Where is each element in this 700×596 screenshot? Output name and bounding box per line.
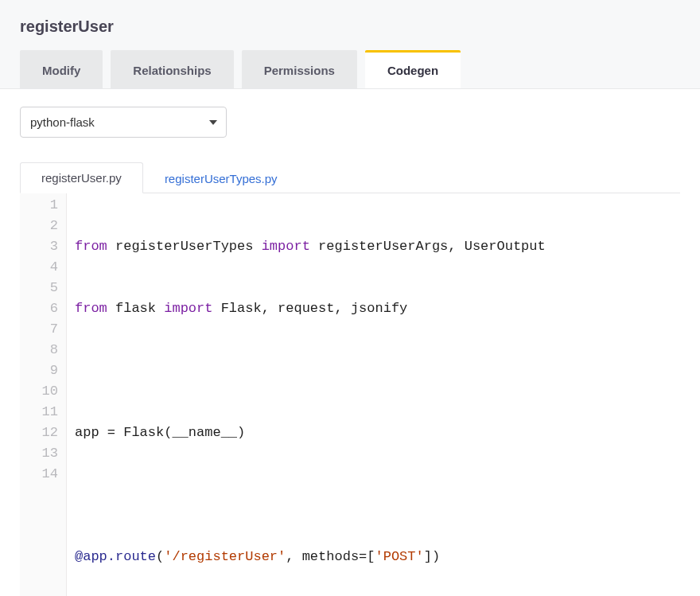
line-number: 4 — [28, 257, 58, 278]
content-area: python-flask registerUser.py registerUse… — [0, 89, 700, 596]
framework-select-wrap: python-flask — [20, 107, 227, 138]
line-number: 9 — [28, 360, 58, 381]
tab-modify[interactable]: Modify — [20, 50, 103, 88]
code-line — [73, 485, 680, 505]
framework-select[interactable]: python-flask — [20, 107, 227, 138]
line-number: 5 — [28, 278, 58, 298]
code-line: from registerUserTypes import registerUs… — [73, 236, 680, 257]
code-line: @app.route('/registerUser', methods=['PO… — [73, 547, 680, 567]
line-number: 8 — [28, 340, 58, 360]
tab-permissions[interactable]: Permissions — [242, 50, 357, 88]
line-number: 3 — [28, 236, 58, 257]
code-line: app = Flask(__name__) — [73, 423, 680, 443]
tab-relationships[interactable]: Relationships — [111, 50, 233, 88]
line-number: 14 — [28, 464, 58, 485]
line-number: 13 — [28, 443, 58, 464]
file-tabs: registerUser.py registerUserTypes.py — [20, 162, 680, 193]
line-number: 2 — [28, 216, 58, 236]
main-tabs: Modify Relationships Permissions Codegen — [0, 50, 700, 89]
line-number: 10 — [28, 381, 58, 402]
file-tab-main[interactable]: registerUser.py — [20, 162, 143, 193]
code-body[interactable]: from registerUserTypes import registerUs… — [66, 193, 680, 596]
file-tab-types[interactable]: registerUserTypes.py — [143, 162, 299, 193]
line-number: 1 — [28, 195, 58, 216]
code-line — [73, 360, 680, 381]
code-editor[interactable]: 1234567891011121314 from registerUserTyp… — [20, 193, 680, 596]
line-number: 12 — [28, 423, 58, 443]
line-number: 7 — [28, 319, 58, 340]
line-number: 6 — [28, 298, 58, 319]
tab-codegen[interactable]: Codegen — [365, 50, 461, 88]
line-number: 11 — [28, 402, 58, 423]
page-title: registerUser — [0, 0, 700, 50]
gutter: 1234567891011121314 — [20, 193, 66, 596]
code-line: from flask import Flask, request, jsonif… — [73, 298, 680, 319]
